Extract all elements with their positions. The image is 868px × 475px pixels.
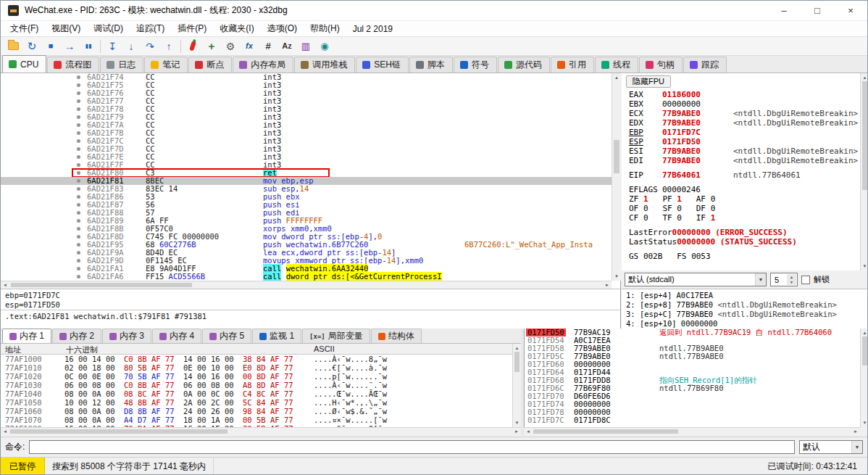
dump-row[interactable]: 77AF101002 00 18 0080 5B AF 770E 00 10 0… [1, 363, 512, 372]
argument-row[interactable]: 4: [esp+10] 00000000 [622, 319, 868, 329]
settings-button[interactable]: ⚙ [221, 38, 240, 54]
menu-item[interactable]: 帮助(H) [304, 21, 346, 36]
bottom-tab-struct[interactable]: 结构体 [371, 329, 422, 343]
register-row[interactable]: EDX77B9ABE0<ntdll.DbgUiRemoteBreakin> [622, 118, 860, 128]
tab-notes[interactable]: 笔记 [144, 57, 188, 73]
dump-row[interactable]: 77AF105010 00 12 0048 8B AF 772A 00 2C 0… [1, 398, 512, 407]
dump-view[interactable]: 77AF100016 00 14 00C0 8B AF 7714 00 16 0… [1, 355, 512, 427]
dump-vscrollbar[interactable]: ▲ ▼ [512, 344, 521, 427]
calling-convention-select[interactable]: 默认 (stdcall) ▼ [625, 273, 767, 286]
scroll-down-arrow[interactable]: ▼ [612, 273, 621, 280]
menu-item[interactable]: 调试(D) [87, 21, 130, 36]
register-row[interactable]: EAX01186000 [622, 90, 860, 99]
bottom-tab-memory-3[interactable]: 内存 3 [102, 329, 151, 343]
hide-fpu-button[interactable]: 隐藏FPU [626, 75, 671, 88]
bottom-tab-locals[interactable]: [x=]局部变量 [302, 329, 370, 343]
hash-button[interactable]: # [259, 38, 277, 54]
command-input[interactable] [29, 440, 795, 454]
tab-handles[interactable]: 句柄 [639, 57, 683, 73]
menu-item[interactable]: 选项(O) [261, 21, 304, 36]
scroll-right-arrow[interactable]: ► [604, 281, 611, 289]
argument-row[interactable]: 3: [esp+C] 77B9ABE0 <ntdll.DbgUiRemoteBr… [622, 310, 868, 319]
menu-item[interactable]: 文件(F) [4, 21, 45, 36]
register-row[interactable]: ESI77B9ABE0<ntdll.DbgUiRemoteBreakin> [622, 146, 860, 156]
argument-row[interactable]: 1: [esp+4] A0C17EEA [622, 291, 868, 300]
step-into-button[interactable]: ↓ [122, 38, 141, 54]
step-over-button[interactable]: ↷ [141, 38, 159, 54]
register-row[interactable]: LastStatus00000000 (STATUS_SUCCESS) [622, 237, 860, 247]
stack-row[interactable]: 0171FD7C0171FD8C [525, 416, 860, 424]
menu-item[interactable]: 收藏夹(I) [213, 21, 260, 36]
memory-map-button[interactable]: ▥ [296, 38, 315, 54]
menu-item[interactable]: 追踪(T) [130, 21, 171, 36]
scroll-left-arrow[interactable]: ◄ [1, 428, 9, 435]
scylla-button[interactable] [183, 38, 202, 54]
command-profile-select[interactable]: 默认 ▼ [799, 440, 863, 454]
tab-source[interactable]: 源代码 [498, 57, 550, 73]
scroll-thumb[interactable] [614, 140, 619, 173]
scroll-thumb[interactable] [862, 336, 867, 365]
dump-row[interactable]: 77AF10200C 00 0E 0070 5B AF 7714 00 16 0… [1, 372, 512, 381]
argument-row[interactable]: 2: [esp+8] 77B9ABE0 <ntdll.DbgUiRemoteBr… [622, 300, 868, 310]
tab-log[interactable]: 日志 [100, 57, 143, 73]
tab-memory-map[interactable]: 内存布局 [233, 57, 293, 73]
bottom-tab-watch-1[interactable]: 监视 1 [252, 329, 301, 343]
scroll-thumb[interactable] [10, 429, 228, 434]
dump-row[interactable]: 77AF103006 00 08 00C0 8B AF 7706 00 08 0… [1, 381, 512, 389]
register-row[interactable]: EBX00000000 [622, 99, 860, 109]
dump-hscrollbar[interactable]: ◄ ► [1, 427, 521, 435]
scroll-left-arrow[interactable]: ◄ [1, 281, 9, 289]
registers-vscrollbar[interactable]: ▲ ▼ [860, 73, 868, 270]
scroll-down-arrow[interactable]: ▼ [513, 419, 521, 426]
menu-item[interactable]: 视图(V) [45, 21, 87, 36]
bottom-tab-memory-2[interactable]: 内存 2 [52, 329, 101, 343]
bottom-tab-memory-5[interactable]: 内存 5 [202, 329, 251, 343]
flags-row[interactable]: CF 0 TF 0 IF 1 [622, 213, 860, 223]
stepper-arrows-icon[interactable]: ▲▼ [787, 274, 796, 285]
tab-cpu[interactable]: CPU [2, 55, 46, 73]
scroll-thumb[interactable] [514, 352, 519, 372]
disassembly-view[interactable]: 6AD21F74CCint36AD21F75CCint36AD21F76CCin… [1, 73, 612, 281]
execute-till-return-button[interactable]: ↑ [159, 38, 178, 54]
assemble-button[interactable]: fx [240, 38, 259, 54]
dump-row[interactable]: 77AF107008 00 0A 00A4 D7 AF 7718 00 1A 0… [1, 416, 512, 424]
run-to-user-code-button[interactable]: ↧ [103, 38, 122, 54]
scroll-down-arrow[interactable]: ▼ [861, 419, 868, 426]
tab-threads[interactable]: 线程 [595, 57, 638, 73]
open-file-button[interactable] [4, 38, 22, 54]
scroll-left-arrow[interactable]: ◄ [525, 428, 532, 435]
flags-row[interactable]: GS 002B FS 0053 [622, 252, 860, 261]
bottom-tab-memory-4[interactable]: 内存 4 [152, 329, 201, 343]
minimize-button[interactable]: – [767, 1, 801, 20]
chevron-down-icon[interactable]: ▼ [755, 273, 766, 286]
argument-count-stepper[interactable]: 5 ▲▼ [770, 273, 798, 286]
register-row[interactable]: EDI77B9ABE0<ntdll.DbgUiRemoteBreakin> [622, 156, 860, 165]
dump-row[interactable]: 77AF106008 00 0A 00D8 8B AF 7724 00 26 0… [1, 407, 512, 416]
pause-button[interactable]: ▮▮ [79, 38, 98, 54]
dump-row[interactable]: 77AF104008 00 0A 0008 8C AF 770A 00 0C 0… [1, 389, 512, 398]
register-row[interactable]: LastError00000000 (ERROR_SUCCESS) [622, 228, 860, 237]
chevron-down-icon[interactable]: ▼ [851, 441, 862, 453]
tab-references[interactable]: 引用 [551, 57, 594, 73]
scroll-thumb[interactable] [533, 429, 678, 434]
stack-vscrollbar[interactable]: ▲ ▼ [860, 329, 868, 427]
tab-breakpoints[interactable]: 断点 [188, 57, 232, 73]
restart-button[interactable]: ↻ [22, 38, 41, 54]
dump-row[interactable]: 77AF100016 00 14 00C0 8B AF 7714 00 16 0… [1, 355, 512, 363]
flags-row[interactable]: OF 0 SF 0 DF 0 [622, 204, 860, 213]
menu-item[interactable]: 插件(P) [171, 21, 213, 36]
scroll-thumb[interactable] [862, 81, 867, 190]
tab-graph[interactable]: 流程图 [47, 57, 99, 73]
disasm-row[interactable]: 6AD21FA6FF15 ACD5566Bcall dword ptr ds:[… [1, 273, 612, 281]
register-row[interactable]: ECX77B9ABE0<ntdll.DbgUiRemoteBreakin> [622, 109, 860, 118]
register-row[interactable]: EBP0171FD7C [622, 128, 860, 137]
unlock-checkbox[interactable] [801, 276, 810, 284]
stack-hscrollbar[interactable]: ◄ ► [524, 427, 860, 435]
scroll-down-arrow[interactable]: ▼ [861, 263, 868, 270]
scroll-right-arrow[interactable]: ► [513, 428, 520, 435]
close-button[interactable]: × [834, 1, 867, 20]
bottom-tab-memory-1[interactable]: 内存 1 [2, 329, 51, 343]
maximize-button[interactable]: □ [801, 1, 834, 20]
flags-row[interactable]: ZF 1 PF 1 AF 0 [622, 194, 860, 204]
tab-script[interactable]: 脚本 [409, 57, 453, 73]
